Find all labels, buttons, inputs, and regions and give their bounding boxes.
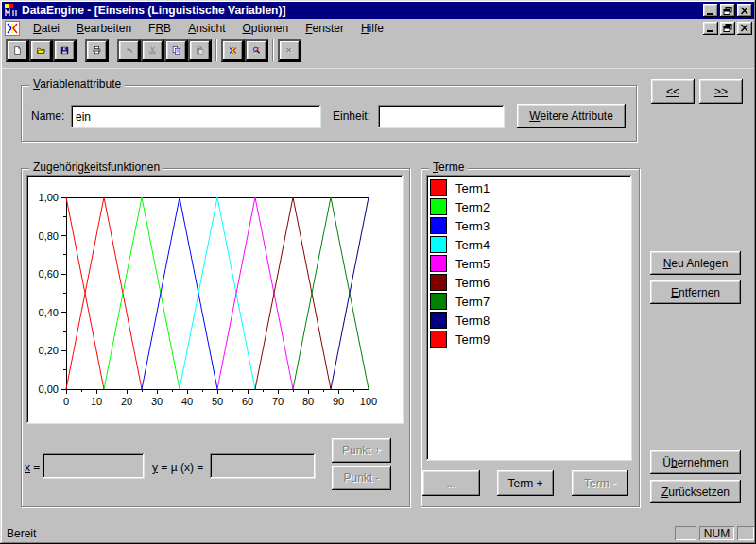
x-label: x =: [25, 461, 40, 474]
svg-text:0,60: 0,60: [39, 268, 59, 280]
group-variablenattribute-label: Variablenattribute: [29, 77, 125, 91]
title-bar[interactable]: DataEngine - [Einseins (Linguistische Va…: [2, 2, 754, 19]
term-label: Term6: [455, 276, 490, 290]
svg-text:1,00: 1,00: [39, 192, 59, 203]
toolbar: [2, 37, 754, 69]
toolbar-paste-button[interactable]: [188, 39, 212, 62]
menu-item-datei[interactable]: Datei: [25, 20, 68, 37]
term-list-item[interactable]: Term1: [426, 178, 632, 197]
prev-variable-button[interactable]: <<: [651, 79, 695, 104]
term-list-item[interactable]: Term9: [426, 330, 632, 348]
membership-chart[interactable]: 01020304050607080901000,000,200,400,600,…: [26, 175, 404, 424]
toolbar-print-button[interactable]: [85, 39, 109, 62]
neu-anlegen-button[interactable]: Neu Anlegen: [650, 251, 741, 275]
term-label: Term9: [455, 332, 490, 347]
svg-text:20: 20: [121, 396, 132, 407]
punkt-plus-button: Punkt +: [332, 438, 391, 463]
window-title: DataEngine - [Einseins (Linguistische Va…: [22, 4, 285, 17]
group-zugehoerigkeitsfunktionen-label: Zugehörigkeitsfunktionen: [29, 161, 163, 174]
mdi-restore-button[interactable]: [720, 22, 735, 35]
minimize-button[interactable]: [703, 4, 718, 17]
term-list-item[interactable]: Term2: [426, 197, 632, 216]
group-terme-label: Terme: [429, 161, 468, 174]
menu-item-ansicht[interactable]: Ansicht: [180, 20, 233, 37]
svg-text:0,40: 0,40: [39, 307, 59, 318]
term-color-swatch: [430, 179, 447, 196]
term-color-swatch: [430, 255, 447, 272]
mdi-minimize-button[interactable]: [703, 22, 718, 35]
term-color-swatch: [430, 236, 447, 253]
status-panel-scrl: [737, 526, 754, 540]
status-bar: Bereit NUM: [2, 525, 754, 542]
toolbar-open-button[interactable]: [29, 39, 53, 62]
term-list-item[interactable]: Term6: [426, 273, 632, 292]
app-window: { "window": { "title": "DataEngine - [Ei…: [0, 0, 756, 544]
zuruecksetzen-button[interactable]: Zurücksetzen: [650, 480, 741, 503]
toolbar-delete-button[interactable]: [278, 39, 301, 62]
term-label: Term2: [455, 200, 490, 214]
name-label: Name:: [31, 110, 64, 123]
term-list-item[interactable]: Term8: [426, 311, 632, 330]
einheit-label: Einheit:: [333, 110, 370, 123]
toolbar-cut-button[interactable]: [141, 39, 164, 62]
term-color-swatch: [430, 331, 447, 348]
toolbar-undo-button[interactable]: [117, 39, 141, 62]
term-list-item[interactable]: Term7: [426, 292, 632, 311]
svg-text:80: 80: [302, 396, 314, 407]
toolbar-separator: [215, 39, 217, 61]
term-list-item[interactable]: Term4: [426, 235, 632, 254]
next-variable-button[interactable]: >>: [699, 79, 743, 104]
toolbar-fuzzy-zoom-button[interactable]: [245, 39, 268, 62]
term-list-item[interactable]: Term3: [426, 216, 632, 235]
menu-item-hilfe[interactable]: Hilfe: [352, 20, 392, 37]
svg-text:10: 10: [91, 396, 102, 407]
weitere-attribute-button[interactable]: Weitere Attribute: [517, 104, 626, 128]
term-list-item[interactable]: Term5: [426, 254, 632, 273]
print-icon: [93, 42, 101, 59]
term-label: Term3: [455, 219, 490, 233]
mdi-close-button[interactable]: [737, 22, 752, 35]
toolbar-new-button[interactable]: [6, 39, 29, 62]
menu-item-frb[interactable]: FRB: [140, 20, 180, 37]
restore-icon: [723, 7, 732, 15]
name-input[interactable]: [71, 105, 321, 128]
svg-text:70: 70: [272, 396, 284, 407]
entfernen-button[interactable]: Entfernen: [650, 280, 741, 304]
close-icon: [740, 24, 749, 32]
menu-bar: DateiBearbeitenFRBAnsichtOptionenFenster…: [2, 19, 754, 37]
membership-chart-plot[interactable]: 01020304050607080901000,000,200,400,600,…: [26, 175, 404, 424]
menu-item-bearbeiten[interactable]: Bearbeiten: [68, 20, 140, 37]
y-input: [210, 453, 316, 479]
cut-icon: [148, 42, 157, 59]
save-icon: [60, 42, 69, 59]
svg-text:90: 90: [333, 396, 344, 407]
einheit-input[interactable]: [378, 105, 505, 128]
term-plus-button[interactable]: Term +: [497, 470, 554, 496]
y-label: y = µ (x) =: [152, 461, 203, 474]
uebernehmen-button[interactable]: Übernehmen: [650, 450, 741, 474]
status-panel-num: NUM: [699, 526, 734, 540]
menu-item-fenster[interactable]: Fenster: [297, 20, 352, 37]
punkt-minus-button: Punkt -: [332, 466, 391, 490]
x-input: [43, 453, 145, 479]
svg-text:100: 100: [360, 396, 377, 407]
status-message: Bereit: [7, 527, 36, 540]
term-color-swatch: [430, 293, 447, 310]
toolbar-copy-button[interactable]: [164, 39, 188, 62]
fuzzy-zoom-icon: [252, 42, 261, 59]
app-icon[interactable]: [4, 3, 19, 18]
mdi-document-icon[interactable]: [5, 21, 20, 36]
toolbar-fuzzy-edit-button[interactable]: [221, 39, 245, 62]
svg-text:40: 40: [181, 396, 193, 407]
menu-item-optionen[interactable]: Optionen: [234, 20, 298, 37]
term-color-swatch: [430, 217, 447, 234]
toolbar-save-button[interactable]: [53, 39, 77, 62]
term-listbox[interactable]: Term1Term2Term3Term4Term5Term6Term7Term8…: [426, 175, 632, 461]
svg-text:0,20: 0,20: [39, 345, 59, 356]
term-label: Term1: [455, 181, 490, 196]
close-button[interactable]: [737, 4, 752, 17]
restore-button[interactable]: [720, 4, 735, 17]
term-label: Term5: [455, 257, 490, 271]
term-color-swatch: [430, 198, 447, 215]
minimize-icon: [706, 24, 715, 32]
